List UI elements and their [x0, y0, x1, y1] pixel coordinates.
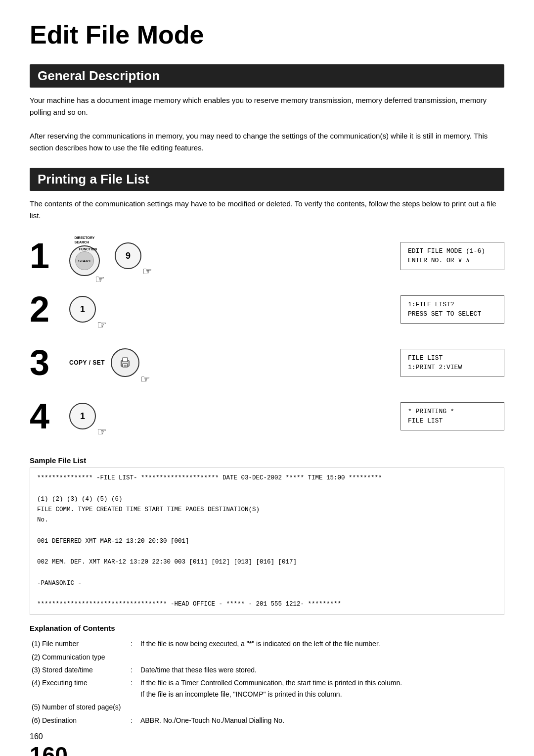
explanation-desc-5: ABBR. No./One-Touch No./Manual Dialling …	[138, 714, 504, 727]
printing-header: Printing a File List	[30, 168, 504, 191]
file-list-header: *************** -FILE LIST- ************…	[37, 473, 497, 483]
general-para-1: Your machine has a document image memory…	[30, 94, 504, 118]
step-1-number: 1	[30, 238, 69, 274]
key-1-step2[interactable]: 1	[69, 296, 96, 323]
explanation-colon-3: :	[129, 676, 138, 701]
explanation-row-0: (1) File number : If the file is now bei…	[30, 637, 504, 650]
general-description-body: Your machine has a document image memory…	[30, 94, 504, 154]
page-title: Edit File Mode	[30, 20, 504, 49]
file-list-row-5: *********************************** -HEA…	[37, 599, 497, 610]
step-1-display: EDIT FILE MODE (1-6) ENTER NO. OR ∨ ∧	[400, 242, 504, 270]
start-button[interactable]: START FUNCTION	[69, 245, 100, 276]
step-4-action: 1 ☞	[69, 403, 400, 429]
explanation-row-3: (4) Executing time : If the file is a Ti…	[30, 676, 504, 701]
printing-section: Printing a File List The contents of the…	[30, 168, 504, 727]
step-2-action: 1 ☞	[69, 296, 400, 323]
file-list-row-1: 002 MEM. DEF. XMT MAR-12 13:20 22:30 003…	[37, 557, 497, 567]
step-3-display-line2: 1:PRINT 2:VIEW	[408, 363, 497, 373]
explanation-term-2: (3) Stored date/time	[30, 663, 129, 676]
step-2: 2 1 ☞ 1:FILE LIST? PRESS SET TO SELECT	[30, 287, 504, 331]
explanation-section: Explanation of Contents (1) File number …	[30, 624, 504, 727]
copy-set-label: COPY / SET	[69, 359, 105, 366]
key-1-step4[interactable]: 1	[69, 403, 96, 429]
step-2-display-line2: PRESS SET TO SELECT	[408, 309, 497, 319]
explanation-row-1: (2) Communication type	[30, 651, 504, 663]
explanation-term-1: (2) Communication type	[30, 651, 129, 663]
key-9[interactable]: 9	[115, 242, 141, 269]
step-4-display-line2: FILE LIST	[408, 416, 497, 426]
explanation-colon-5: :	[129, 714, 138, 727]
step-3-display-line1: FILE LIST	[408, 353, 497, 363]
step-2-number: 2	[30, 291, 69, 327]
step-4-display: * PRINTING * FILE LIST	[400, 402, 504, 430]
general-para-2: After reserving the communications in me…	[30, 130, 504, 154]
explanation-term-0: (1) File number	[30, 637, 129, 650]
explanation-row-4: (5) Number of stored page(s)	[30, 701, 504, 713]
step-3: 3 COPY / SET	[30, 340, 504, 385]
step-3-action: COPY / SET ☞	[69, 348, 400, 377]
general-description-header: General Description	[30, 64, 504, 88]
step-4-number: 4	[30, 398, 69, 434]
step-1-display-line2: ENTER NO. OR ∨ ∧	[408, 256, 497, 266]
general-description-section: General Description Your machine has a d…	[30, 64, 504, 154]
copy-set-button[interactable]	[111, 348, 139, 377]
page-number-block: 160	[30, 742, 504, 756]
svg-rect-1	[123, 358, 128, 362]
file-list-row-0: 001 DEFERRED XMT MAR-12 13:20 20:30 [001…	[37, 536, 497, 547]
steps-area: 1 DIRECTORYSEARCH START FUNCTION	[30, 234, 504, 447]
explanation-term-5: (6) Destination	[30, 714, 129, 727]
file-list-box: *************** -FILE LIST- ************…	[30, 468, 504, 615]
step-2-display-line1: 1:FILE LIST?	[408, 300, 497, 310]
explanation-term-3: (4) Executing time	[30, 676, 129, 701]
step-1-display-line1: EDIT FILE MODE (1-6)	[408, 246, 497, 256]
file-list-col-names1: FILE COMM. TYPE CREATED TIME START TIME …	[37, 505, 497, 515]
file-list-row-3: -PANASONIC -	[37, 578, 497, 589]
explanation-label: Explanation of Contents	[30, 624, 504, 632]
step-4-display-line1: * PRINTING *	[408, 407, 497, 417]
step-3-number: 3	[30, 345, 69, 380]
file-list-col-numbers: (1) (2) (3) (4) (5) (6)	[37, 494, 497, 505]
explanation-row-2: (3) Stored date/time : Date/time that th…	[30, 663, 504, 676]
step-3-display: FILE LIST 1:PRINT 2:VIEW	[400, 349, 504, 377]
sample-file-label: Sample File List	[30, 456, 504, 465]
step-4: 4 1 ☞ * PRINTING * FILE LIST	[30, 394, 504, 438]
explanation-table: (1) File number : If the file is now bei…	[30, 637, 504, 727]
explanation-term-4: (5) Number of stored page(s)	[30, 701, 129, 713]
explanation-colon-2: :	[129, 663, 138, 676]
step-1: 1 DIRECTORYSEARCH START FUNCTION	[30, 234, 504, 278]
step-1-action: DIRECTORYSEARCH START FUNCTION ☞ 9	[69, 236, 400, 276]
file-list-col-names2: No.	[37, 515, 497, 525]
step-2-display: 1:FILE LIST? PRESS SET TO SELECT	[400, 295, 504, 324]
explanation-row-5: (6) Destination : ABBR. No./One-Touch No…	[30, 714, 504, 727]
explanation-desc-2: Date/time that these files were stored.	[138, 663, 504, 676]
sample-file-section: Sample File List *************** -FILE L…	[30, 456, 504, 615]
printing-intro: The contents of the communication settin…	[30, 198, 504, 222]
explanation-desc-0: If the file is now being executed, a "*"…	[138, 637, 504, 650]
explanation-colon-0: :	[129, 637, 138, 650]
explanation-desc-3-wrapper: If the file is a Timer Controlled Commun…	[138, 676, 504, 701]
page-number: 160	[30, 732, 43, 741]
step-1-keys: DIRECTORYSEARCH START FUNCTION ☞ 9	[69, 236, 152, 276]
